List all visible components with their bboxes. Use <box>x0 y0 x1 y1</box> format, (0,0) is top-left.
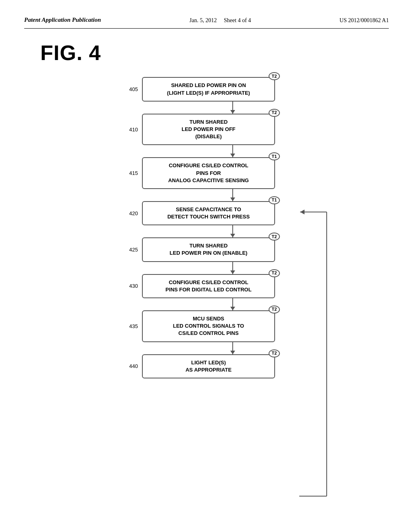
step-row-420: 420 SENSE CAPACITANCE TODETECT TOUCH SWI… <box>90 201 332 225</box>
step-label-415: 415 <box>90 170 142 176</box>
step-tag-425: T2 <box>269 233 280 241</box>
step-row-425: 425 TURN SHAREDLED POWER PIN ON (ENABLE)… <box>90 237 332 262</box>
step-tag-430: T2 <box>269 269 280 277</box>
step-row-430: 430 CONFIGURE CS/LED CONTROLPINS FOR DIG… <box>90 274 332 298</box>
step-box-425: TURN SHAREDLED POWER PIN ON (ENABLE) T2 <box>142 237 275 262</box>
step-box-420: SENSE CAPACITANCE TODETECT TOUCH SWITCH … <box>142 201 275 225</box>
step-box-440: LIGHT LED(S)AS APPROPRIATE T2 <box>142 354 275 378</box>
arrow-435-440 <box>232 342 233 354</box>
step-row-405: 405 SHARED LED POWER PIN ON(LIGHT LED(S)… <box>90 77 332 101</box>
step-row-440: 440 LIGHT LED(S)AS APPROPRIATE T2 <box>90 354 332 378</box>
step-row-410: 410 TURN SHAREDLED POWER PIN OFF(DISABLE… <box>90 114 332 145</box>
step-text-420: SENSE CAPACITANCE TODETECT TOUCH SWITCH … <box>167 206 250 220</box>
step-box-405: SHARED LED POWER PIN ON(LIGHT LED(S) IF … <box>142 77 275 101</box>
step-tag-435: T2 <box>269 305 280 314</box>
step-text-430: CONFIGURE CS/LED CONTROLPINS FOR DIGITAL… <box>165 279 251 293</box>
step-text-415: CONFIGURE CS/LED CONTROLPINS FORANALOG C… <box>168 162 249 184</box>
arrow-410-415 <box>232 145 233 157</box>
header-publication: Patent Application Publication <box>24 16 101 24</box>
step-label-425: 425 <box>90 247 142 253</box>
arrow-405-410 <box>232 102 233 114</box>
arrow-425-430 <box>232 262 233 274</box>
step-box-430: CONFIGURE CS/LED CONTROLPINS FOR DIGITAL… <box>142 274 275 298</box>
step-box-410: TURN SHAREDLED POWER PIN OFF(DISABLE) T2 <box>142 114 275 145</box>
header: Patent Application Publication Jan. 5, 2… <box>24 16 389 29</box>
header-date-sheet: Jan. 5, 2012 Sheet 4 of 4 <box>190 16 251 25</box>
step-text-435: MCU SENDSLED CONTROL SIGNALS TOCS/LED CO… <box>173 315 244 337</box>
step-text-425: TURN SHAREDLED POWER PIN ON (ENABLE) <box>170 242 248 257</box>
step-box-435: MCU SENDSLED CONTROL SIGNALS TOCS/LED CO… <box>142 310 275 342</box>
step-label-420: 420 <box>90 210 142 216</box>
header-sheet: Sheet 4 of 4 <box>224 17 251 23</box>
figure-title: FIG. 4 <box>40 41 389 65</box>
step-text-405: SHARED LED POWER PIN ON(LIGHT LED(S) IF … <box>167 82 250 96</box>
arrow-420-425 <box>232 225 233 237</box>
step-text-410: TURN SHAREDLED POWER PIN OFF(DISABLE) <box>181 118 236 141</box>
step-tag-420: T1 <box>269 196 280 204</box>
step-label-435: 435 <box>90 323 142 329</box>
step-tag-410: T2 <box>269 109 280 117</box>
step-text-440: LIGHT LED(S)AS APPROPRIATE <box>186 359 232 374</box>
step-box-415: CONFIGURE CS/LED CONTROLPINS FORANALOG C… <box>142 157 275 189</box>
header-patent-number: US 2012/0001862 A1 <box>340 16 389 25</box>
arrow-430-435 <box>232 298 233 310</box>
step-label-430: 430 <box>90 283 142 289</box>
header-date: Jan. 5, 2012 <box>190 17 217 23</box>
step-label-405: 405 <box>90 86 142 92</box>
step-row-435: 435 MCU SENDSLED CONTROL SIGNALS TOCS/LE… <box>90 310 332 342</box>
step-tag-405: T2 <box>269 72 280 80</box>
step-label-440: 440 <box>90 363 142 369</box>
step-tag-440: T2 <box>269 349 280 357</box>
step-row-415: 415 CONFIGURE CS/LED CONTROLPINS FORANAL… <box>90 157 332 189</box>
arrow-415-420 <box>232 189 233 201</box>
page: Patent Application Publication Jan. 5, 2… <box>0 0 413 532</box>
step-label-410: 410 <box>90 127 142 133</box>
step-tag-415: T1 <box>269 152 280 160</box>
